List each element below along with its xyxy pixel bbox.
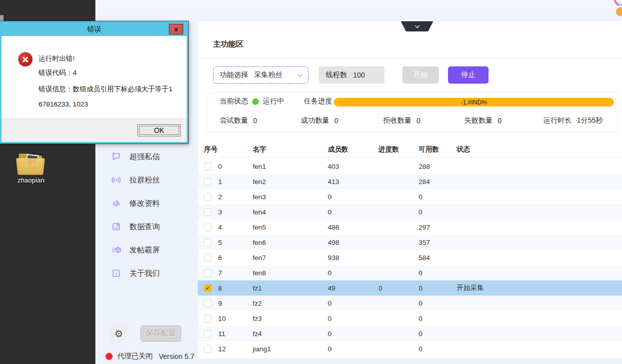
cell-index: 0 [218, 163, 253, 170]
stat-item: 失败数量 0 [464, 116, 502, 125]
row-checkbox[interactable] [204, 300, 212, 307]
settings-button[interactable]: ⚙ [109, 324, 128, 343]
table-row[interactable]: ✔ 8 fz1 49 0 0 开始采集 [198, 280, 622, 296]
cell-members: 413 [328, 178, 378, 186]
function-select[interactable]: 功能选择 采集粉丝 [213, 66, 308, 84]
chat-star-icon [111, 151, 122, 162]
cell-name: fen5 [253, 224, 328, 231]
table-row[interactable]: 7 fen8 0 0 [198, 265, 622, 280]
table-row[interactable]: 4 fen5 486 297 [198, 220, 622, 235]
table-row[interactable]: 2 fen3 0 0 [198, 189, 622, 204]
stat-label: 尝试数量 [220, 116, 248, 125]
stat-label: 运行时长 [543, 116, 572, 125]
cell-members: 0 [328, 345, 378, 353]
ok-button[interactable]: OK [137, 124, 181, 136]
sidebar-item-info[interactable]: 关于我们 [95, 262, 198, 285]
cell-name: fen1 [253, 163, 328, 170]
error-code-line: 错误代码：4 [39, 68, 77, 78]
col-header-status: 状态 [457, 145, 622, 154]
cell-name: fen3 [253, 193, 328, 201]
table-row[interactable]: 10 fz3 0 0 [198, 311, 622, 326]
table-row[interactable]: 0 fen1 403 288 [198, 159, 622, 174]
cell-progress: 0 [378, 284, 419, 292]
sidebar-item-fingerprint[interactable]: 修改资料 [95, 192, 198, 215]
threads-value: 100 [353, 71, 365, 79]
table-header: 序号名字成员数进度数可用数状态 [198, 142, 622, 157]
cell-members: 0 [328, 193, 378, 201]
function-select-value: 采集粉丝 [254, 70, 283, 80]
cell-members: 486 [328, 224, 378, 231]
sidebar-item-label: 超强私信 [129, 152, 160, 162]
row-checkbox[interactable] [204, 239, 212, 246]
table-row[interactable]: 5 fen6 498 357 [198, 235, 622, 250]
col-header-progress: 进度数 [378, 145, 419, 154]
row-checkbox[interactable] [204, 345, 212, 353]
table-row[interactable]: 12 jiang1 0 0 [198, 341, 622, 356]
row-checkbox[interactable] [204, 315, 212, 322]
table-row[interactable]: 9 fz2 0 0 [198, 296, 622, 311]
stat-label: 拒收数量 [383, 116, 411, 125]
proxy-status-label: 代理已关闭 [117, 352, 153, 361]
background-window-fragment [0, 15, 4, 21]
fingerprint-icon [111, 198, 122, 209]
main-panel: 主功能区 功能选择 采集粉丝 线程数 100 开始 停止 当前状态 运行中 [198, 21, 622, 358]
cell-available: 0 [419, 330, 457, 338]
stat-value: 1分55秒 [577, 116, 603, 125]
folder-icon [18, 154, 44, 175]
sidebar-menu: 超强私信 拉群粉丝 修改资料 数据查询 发帖霸屏 关于我们 [95, 145, 198, 285]
sidebar-item-label: 修改资料 [129, 199, 160, 208]
cell-index: 11 [218, 330, 253, 338]
cell-index: 10 [218, 315, 253, 322]
save-config-button[interactable]: 保存配置 [141, 325, 181, 342]
chevron-down-icon [414, 23, 420, 28]
threads-input[interactable]: 线程数 100 [319, 66, 385, 84]
error-icon [18, 52, 32, 66]
cell-name: fen8 [253, 269, 328, 277]
cell-members: 0 [328, 269, 378, 277]
controls-row: 功能选择 采集粉丝 线程数 100 开始 停止 [198, 66, 622, 84]
stat-label: 成功数量 [301, 116, 329, 125]
table-row[interactable]: 1 fen2 413 284 [198, 174, 622, 189]
table-row[interactable]: 6 fen7 938 584 [198, 250, 622, 265]
table-row[interactable]: 3 fen4 0 0 [198, 204, 622, 220]
sidebar-item-broadcast[interactable]: 拉群粉丝 [95, 168, 198, 192]
cell-index: 1 [218, 178, 253, 186]
stop-button[interactable]: 停止 [448, 66, 489, 84]
sidebar-item-cube-list[interactable]: 发帖霸屏 [95, 238, 198, 262]
cell-members: 938 [328, 254, 378, 262]
row-checkbox[interactable] [204, 193, 212, 201]
cell-available: 584 [419, 254, 457, 262]
cell-members: 0 [328, 315, 378, 322]
close-icon: x [174, 25, 178, 33]
row-checkbox[interactable] [204, 330, 212, 338]
proxy-status: 代理已关闭 Version 5.7 [106, 352, 194, 361]
cell-index: 8 [218, 284, 253, 292]
sidebar-item-profile-card[interactable]: 数据查询 [95, 215, 198, 238]
cell-available: 288 [419, 163, 457, 170]
table-row[interactable]: 11 fz4 0 0 [198, 326, 622, 341]
version-label: Version 5.7 [159, 352, 194, 360]
cell-available: 0 [419, 315, 457, 322]
row-checkbox[interactable] [204, 178, 212, 186]
row-checkbox[interactable] [204, 224, 212, 231]
error-info-line: 错误信息：数组成员引用下标必须大于等于1 [39, 85, 172, 94]
sidebar-item-chat-star[interactable]: 超强私信 [95, 145, 198, 168]
task-progress-bar: -1.#IND% [334, 98, 614, 106]
start-button[interactable]: 开始 [402, 66, 439, 84]
dialog-close-button[interactable]: x [169, 24, 183, 34]
threads-label: 线程数 [326, 70, 347, 80]
dialog-titlebar[interactable]: 错误 [2, 23, 187, 36]
title-divider [198, 58, 622, 59]
row-checkbox[interactable] [204, 163, 212, 170]
stat-label: 失败数量 [464, 116, 493, 125]
collapse-handle[interactable] [401, 21, 433, 31]
row-checkbox[interactable]: ✔ [204, 284, 212, 292]
col-header-members: 成员数 [328, 145, 378, 154]
desktop-folder-zhaopian[interactable]: zhaopian [13, 154, 49, 184]
row-checkbox[interactable] [204, 269, 212, 277]
row-checkbox[interactable] [204, 254, 212, 262]
current-status-label: 当前状态 [220, 97, 248, 106]
stat-item: 尝试数量 0 [220, 116, 257, 125]
row-checkbox[interactable] [204, 208, 212, 216]
sidebar-item-label: 拉群粉丝 [129, 175, 160, 185]
